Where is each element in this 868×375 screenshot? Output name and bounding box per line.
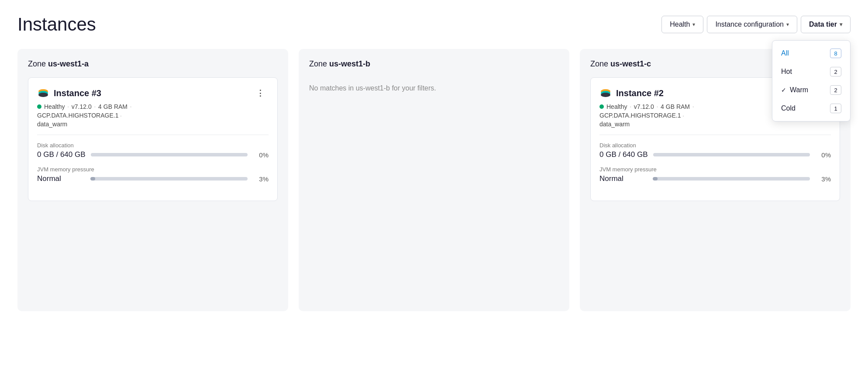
- instance-2-jvm-value: Normal: [599, 174, 648, 183]
- data-tier-chevron-icon: ▾: [840, 21, 842, 28]
- zone-panel-b: Zone us-west1-b No matches in us-west1-b…: [299, 49, 569, 311]
- instance-2-icon: [599, 87, 612, 99]
- page-header: Instances Health ▾ Instance configuratio…: [17, 14, 851, 35]
- dropdown-cold-label: Cold: [781, 104, 796, 112]
- instance-3-header: Instance #3 ⋮: [37, 87, 269, 100]
- instance-3-version: v7.12.0: [72, 103, 92, 110]
- instance-3-icon: [37, 87, 49, 99]
- svg-point-5: [601, 93, 610, 97]
- instance-2-jvm-progress-fill: [653, 177, 658, 181]
- instance-3-kebab-menu[interactable]: ⋮: [253, 87, 269, 100]
- instance-3-jvm-row: Normal 3%: [37, 174, 269, 183]
- page-title: Instances: [17, 14, 96, 35]
- instance-3-config: GCP.DATA.HIGHSTORAGE.1 ·: [37, 112, 269, 119]
- instance-card-3: Instance #3 ⋮ Healthy · v7.12.0 · 4 GB R…: [28, 77, 278, 201]
- instance-3-disk-section: Disk allocation 0 GB / 640 GB 0%: [37, 142, 269, 159]
- instance-3-health: Healthy: [44, 103, 65, 110]
- instance-3-jvm-progress-bar: [90, 177, 248, 181]
- instance-3-health-dot: [37, 104, 41, 109]
- instance-3-disk-progress-bar: [91, 153, 248, 156]
- zone-a-title: Zone us-west1-a: [28, 59, 278, 69]
- filter-bar: Health ▾ Instance configuration ▾ Data t…: [661, 16, 851, 33]
- instance-3-name: Instance #3: [54, 88, 101, 98]
- instance-2-disk-section: Disk allocation 0 GB / 640 GB 0%: [599, 142, 831, 159]
- data-tier-filter-button[interactable]: Data tier ▾: [801, 16, 851, 33]
- dropdown-warm-label: Warm: [790, 86, 808, 94]
- zone-b-no-matches: No matches in us-west1-b for your filter…: [309, 77, 559, 99]
- instance-3-disk-value: 0 GB / 640 GB: [37, 150, 86, 159]
- dropdown-item-cold[interactable]: Cold 1: [772, 99, 850, 118]
- health-chevron-icon: ▾: [692, 21, 695, 28]
- dropdown-hot-label: Hot: [781, 68, 792, 76]
- data-tier-label: Data tier: [809, 21, 837, 28]
- instance-2-disk-row: 0 GB / 640 GB 0%: [599, 150, 831, 159]
- page-container: Instances Health ▾ Instance configuratio…: [0, 0, 868, 325]
- instance-config-filter-button[interactable]: Instance configuration ▾: [707, 16, 797, 33]
- instance-2-disk-progress-bar: [653, 153, 810, 156]
- zone-b-title: Zone us-west1-b: [309, 59, 559, 69]
- instance-config-chevron-icon: ▾: [786, 21, 789, 28]
- instance-2-disk-percent: 0%: [815, 151, 831, 159]
- instance-2-ram: 4 GB RAM: [661, 103, 690, 110]
- health-filter-label: Health: [670, 21, 690, 28]
- dropdown-cold-badge: 1: [830, 104, 841, 113]
- instance-3-disk-label: Disk allocation: [37, 142, 269, 149]
- instance-2-name-row: Instance #2: [599, 87, 664, 99]
- instance-3-name-row: Instance #3: [37, 87, 101, 99]
- instance-2-disk-label: Disk allocation: [599, 142, 831, 149]
- zone-c-name: us-west1-c: [610, 59, 651, 68]
- instance-2-jvm-percent: 3%: [815, 175, 831, 183]
- health-filter-button[interactable]: Health ▾: [661, 16, 703, 33]
- warm-check-icon: ✓: [781, 87, 786, 94]
- instance-config-label: Instance configuration: [715, 21, 784, 28]
- instance-2-health: Healthy: [606, 103, 627, 110]
- dropdown-all-badge: 8: [830, 49, 841, 58]
- dropdown-all-label: All: [781, 49, 789, 57]
- dropdown-hot-badge: 2: [830, 67, 841, 76]
- instance-3-disk-row: 0 GB / 640 GB 0%: [37, 150, 269, 159]
- instance-3-meta: Healthy · v7.12.0 · 4 GB RAM ·: [37, 103, 269, 110]
- instance-3-jvm-section: JVM memory pressure Normal 3%: [37, 166, 269, 183]
- dropdown-item-hot[interactable]: Hot 2: [772, 62, 850, 81]
- instance-3-disk-percent: 0%: [253, 151, 269, 159]
- instance-3-jvm-label: JVM memory pressure: [37, 166, 269, 173]
- dropdown-item-all[interactable]: All 8: [772, 44, 850, 62]
- instance-2-health-dot: [599, 104, 604, 109]
- instance-3-jvm-percent: 3%: [253, 175, 269, 183]
- instance-2-jvm-row: Normal 3%: [599, 174, 831, 183]
- zone-panel-a: Zone us-west1-a Instance #3 ⋮: [17, 49, 288, 311]
- dropdown-warm-badge: 2: [830, 85, 841, 95]
- zone-b-name: us-west1-b: [329, 59, 370, 68]
- instance-3-tier: data_warm: [37, 121, 269, 135]
- instance-3-jvm-progress-fill: [90, 177, 95, 181]
- dropdown-item-warm[interactable]: ✓ Warm 2: [772, 81, 850, 99]
- instance-3-jvm-value: Normal: [37, 174, 85, 183]
- instance-2-disk-value: 0 GB / 640 GB: [599, 150, 648, 159]
- instance-2-tier: data_warm: [599, 121, 831, 135]
- instance-2-jvm-progress-bar: [653, 177, 810, 181]
- instance-2-jvm-label: JVM memory pressure: [599, 166, 831, 173]
- instance-2-version: v7.12.0: [634, 103, 654, 110]
- zones-container: Zone us-west1-a Instance #3 ⋮: [17, 49, 851, 311]
- instance-2-name: Instance #2: [616, 88, 664, 98]
- instance-3-ram: 4 GB RAM: [98, 103, 127, 110]
- zone-a-name: us-west1-a: [48, 59, 89, 68]
- svg-point-2: [38, 93, 48, 97]
- data-tier-dropdown: All 8 Hot 2 ✓ Warm 2: [772, 40, 851, 122]
- instance-2-jvm-section: JVM memory pressure Normal 3%: [599, 166, 831, 183]
